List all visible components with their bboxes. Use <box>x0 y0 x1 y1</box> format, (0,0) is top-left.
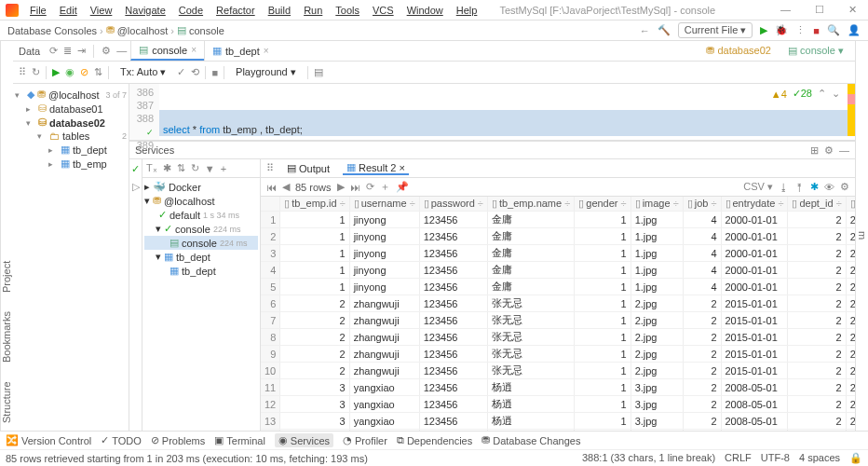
csv-dropdown[interactable]: CSV ▾ <box>743 181 773 193</box>
tx-mode-dropdown[interactable]: Tx: Auto ▾ <box>115 65 171 79</box>
menu-run[interactable]: Run <box>298 3 328 18</box>
services-header: Services ⊞ ⚙ — <box>129 141 855 159</box>
last-page-icon[interactable]: ⏭ <box>350 182 360 193</box>
editor-inspection[interactable]: ▲4 ✓28 ⌃⌄ <box>771 88 840 100</box>
menu-file[interactable]: File <box>24 3 52 18</box>
tab-db-changes[interactable]: ⛃ Database Changes <box>481 434 580 446</box>
maximize-icon[interactable]: ☐ <box>809 2 830 18</box>
search-icon[interactable]: 🔍 <box>827 24 840 36</box>
services-hide-icon[interactable]: — <box>839 144 849 157</box>
drag-icon[interactable]: ⠿ <box>19 66 26 78</box>
commit-icon[interactable]: ⇅ <box>94 66 102 78</box>
back-icon[interactable]: ← <box>640 25 650 36</box>
menu-code[interactable]: Code <box>173 3 209 18</box>
stop-icon[interactable]: ■ <box>813 25 820 36</box>
tab-console[interactable]: ▤console× <box>130 41 204 61</box>
tab-version-control[interactable]: 🔀 Version Control <box>6 434 91 446</box>
minimize-icon[interactable]: — <box>775 2 796 18</box>
breadcrumb-root[interactable]: Database Consoles <box>7 25 97 36</box>
minimap[interactable] <box>848 84 855 136</box>
close-tab-dept-icon[interactable]: × <box>264 46 269 56</box>
collapse-icon[interactable]: ⇥ <box>77 45 86 57</box>
stop-query-icon[interactable]: ■ <box>211 67 218 78</box>
services-tree[interactable]: ▸🐳Docker ▾⛃@localhost ✓default 1 s 34 ms… <box>142 178 260 431</box>
first-page-icon[interactable]: ⏮ <box>266 182 277 193</box>
svc-ok-icon[interactable]: ✓ <box>131 163 140 175</box>
svc-arrow-icon[interactable]: ▷ <box>132 181 140 193</box>
next-page-icon[interactable]: ▶ <box>337 181 345 193</box>
refresh-icon[interactable]: ⟳ <box>49 45 58 57</box>
tab-result[interactable]: ▦Result 2× <box>343 161 409 175</box>
db-chip[interactable]: ⛃ database02 <box>700 44 777 58</box>
menu-window[interactable]: Window <box>401 3 449 18</box>
playground-dropdown[interactable]: Playground ▾ <box>230 65 302 79</box>
menu-tools[interactable]: Tools <box>330 3 365 18</box>
history-icon[interactable]: ↻ <box>32 66 40 78</box>
close-icon[interactable]: ✕ <box>843 2 862 18</box>
tab-problems[interactable]: ⊘ Problems <box>151 434 205 446</box>
rollback-icon[interactable]: ⊘ <box>80 66 88 78</box>
breadcrumb-host[interactable]: ⛃@localhost <box>106 24 169 36</box>
left-bookmarks[interactable]: Bookmarks <box>1 311 13 363</box>
services-gear-icon[interactable]: ⚙ <box>824 144 834 157</box>
caret-pos[interactable]: 388:1 (33 chars, 1 line break) <box>582 452 715 464</box>
tab-services[interactable]: ◉ Services <box>275 433 333 447</box>
export-icon[interactable]: ⭳ <box>779 182 789 193</box>
exec-icon[interactable]: ▶ <box>52 66 60 78</box>
menu-help[interactable]: Help <box>451 3 483 18</box>
left-project[interactable]: Project <box>1 261 13 293</box>
eye-icon[interactable]: 👁 <box>824 182 834 193</box>
right-m[interactable]: m <box>857 231 868 240</box>
avatar-icon[interactable]: 👤 <box>848 24 861 36</box>
tab-tb-dept[interactable]: ▦tb_dept× <box>204 41 277 61</box>
hammer-icon[interactable]: 🔨 <box>658 24 671 36</box>
console-chip[interactable]: ▤ console ▾ <box>782 44 849 58</box>
reload-icon[interactable]: ⟳ <box>366 181 374 193</box>
menu-view[interactable]: View <box>85 3 118 18</box>
result-grid[interactable]: ▯tb_emp.id ÷▯username ÷▯password ÷▯tb_em… <box>261 197 855 431</box>
run-icon[interactable]: ▶ <box>760 24 767 36</box>
services-opts-icon[interactable]: ⊞ <box>810 144 819 157</box>
close-tab-console-icon[interactable]: × <box>191 45 197 55</box>
tab-dependencies[interactable]: ⧉ Dependencies <box>397 434 472 446</box>
grid-gear-icon[interactable]: ⚙ <box>840 181 849 193</box>
menu-vcs[interactable]: VCS <box>367 3 400 18</box>
menu-edit[interactable]: Edit <box>54 3 83 18</box>
rollback2-icon[interactable]: ⟲ <box>191 66 199 78</box>
run-config-dropdown[interactable]: Current File ▾ <box>678 22 753 38</box>
left-structure[interactable]: Structure <box>1 381 13 423</box>
menu-build[interactable]: Build <box>263 3 296 18</box>
right-tool-strip: m <box>855 41 868 431</box>
svc-tree-toolbar: Tₓ✱⇅↻▼+ <box>142 159 260 178</box>
settings-icon[interactable]: ▤ <box>314 66 323 78</box>
result-grip-icon[interactable]: ⠿ <box>266 162 274 174</box>
menu-navigate[interactable]: Navigate <box>119 3 170 18</box>
left-tool-strip: Structure Bookmarks Project <box>0 41 13 431</box>
explain-icon[interactable]: ◉ <box>65 66 75 78</box>
breadcrumb-console[interactable]: ▤console <box>177 24 224 36</box>
prev-page-icon[interactable]: ◀ <box>282 181 290 193</box>
menu-refactor[interactable]: Refactor <box>210 3 261 18</box>
tab-terminal[interactable]: ▣ Terminal <box>214 434 265 446</box>
database-tree[interactable]: ▾◆⛃@localhost3 of 7 ▸⛁database01 ▾⛁datab… <box>13 84 129 431</box>
filter-icon[interactable]: ≣ <box>63 45 72 57</box>
tab-profiler[interactable]: ◔ Profiler <box>343 434 387 446</box>
sql-editor[interactable]: select * from tb_emp , tb_dept; <box>159 84 855 140</box>
status-bar: 85 rows retrieved starting from 1 in 203… <box>0 449 868 466</box>
gear-icon[interactable]: ⚙ <box>102 45 111 57</box>
tab-todo[interactable]: ✓ TODO <box>101 434 142 446</box>
lock-icon[interactable]: 🔒 <box>849 452 862 464</box>
pin-icon[interactable]: 📌 <box>396 181 409 193</box>
debug-icon[interactable]: 🐞 <box>775 24 788 36</box>
tab-output[interactable]: ▤Output <box>283 162 333 174</box>
menubar: File Edit View Navigate Code Refactor Bu… <box>0 0 868 21</box>
view-icon[interactable]: ✱ <box>810 181 819 193</box>
line-sep[interactable]: CRLF <box>725 452 752 464</box>
encoding[interactable]: UTF-8 <box>761 452 790 464</box>
import-icon[interactable]: ⭱ <box>794 182 805 193</box>
commit2-icon[interactable]: ✓ <box>177 66 185 78</box>
indent[interactable]: 4 spaces <box>799 452 840 464</box>
minimize-panel-icon[interactable]: — <box>116 45 127 57</box>
more-run-icon[interactable]: ⋮ <box>795 24 806 36</box>
add-row-icon[interactable]: ＋ <box>380 180 390 194</box>
